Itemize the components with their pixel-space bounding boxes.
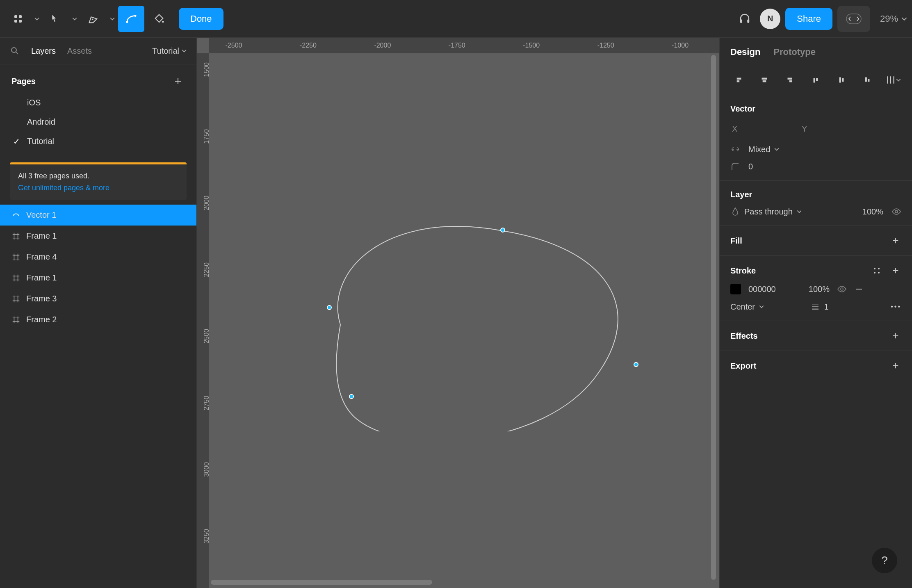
canvas[interactable]: -2500-2250-2000-1750-1500-1250-1000-750 …: [197, 38, 719, 588]
horizontal-scrollbar[interactable]: [211, 580, 432, 585]
main-menu-button[interactable]: [5, 6, 31, 32]
align-left-button[interactable]: [728, 71, 749, 89]
prototype-tab[interactable]: Prototype: [773, 47, 816, 65]
vector-node[interactable]: [349, 394, 354, 399]
stroke-section-title: Stroke: [730, 266, 756, 276]
search-icon[interactable]: [10, 46, 20, 56]
frame-icon: [11, 294, 21, 303]
design-tab[interactable]: Design: [730, 47, 760, 65]
plus-icon: [174, 77, 182, 85]
ruler-tick: 1500: [203, 62, 210, 77]
move-tool[interactable]: [43, 6, 69, 32]
layer-item[interactable]: Frame 4: [0, 246, 196, 267]
corner-radius-icon: [730, 162, 740, 171]
layer-name: Frame 4: [26, 252, 57, 262]
ruler-tick: -1500: [523, 42, 540, 49]
chevron-down-icon: [759, 304, 764, 309]
svg-point-7: [162, 21, 164, 23]
align-bottom-button[interactable]: [857, 71, 878, 89]
stroke-opacity-input[interactable]: [797, 285, 830, 294]
svg-point-14: [878, 268, 880, 269]
assets-tab[interactable]: Assets: [67, 46, 92, 56]
pen-tool[interactable]: [80, 6, 107, 32]
chevron-down-icon: [182, 48, 187, 53]
stroke-hex-input[interactable]: [748, 285, 789, 294]
svg-point-17: [841, 288, 843, 290]
stroke-advanced-button[interactable]: •••: [891, 303, 901, 310]
layer-item[interactable]: Vector 1: [0, 205, 196, 226]
vertical-scrollbar[interactable]: [711, 55, 716, 580]
svg-point-5: [126, 21, 128, 23]
y-label: Y: [802, 124, 811, 134]
voice-button[interactable]: [734, 9, 755, 29]
figma-icon: [13, 14, 23, 24]
blend-mode-dropdown[interactable]: Pass through: [730, 207, 802, 217]
user-avatar[interactable]: N: [760, 9, 780, 29]
align-hcenter-button[interactable]: [754, 71, 775, 89]
add-fill-button[interactable]: [890, 235, 901, 246]
frame-icon: [11, 232, 21, 241]
ruler-tick: -2250: [300, 42, 317, 49]
layer-item[interactable]: Frame 3: [0, 288, 196, 309]
zoom-menu[interactable]: 29%: [880, 14, 907, 24]
align-right-icon: [785, 75, 796, 85]
align-vcenter-button[interactable]: [831, 71, 852, 89]
constraints-dropdown[interactable]: Mixed: [748, 145, 779, 154]
plus-icon: [892, 267, 899, 274]
add-export-button[interactable]: [890, 360, 901, 371]
main-menu-chevron[interactable]: [33, 6, 41, 32]
x-input[interactable]: [745, 124, 790, 134]
layer-item[interactable]: Frame 2: [0, 309, 196, 330]
page-item[interactable]: Tutorial: [0, 132, 196, 151]
svg-point-4: [92, 18, 93, 20]
page-item[interactable]: Android: [0, 112, 196, 132]
bend-tool[interactable]: [118, 6, 144, 32]
vector-node[interactable]: [327, 305, 332, 310]
paint-bucket-tool[interactable]: [146, 6, 172, 32]
svg-rect-9: [747, 19, 749, 23]
stroke-color-swatch[interactable]: [730, 284, 741, 294]
upgrade-text: All 3 free pages used.: [18, 172, 178, 180]
ruler-tick: -1750: [449, 42, 465, 49]
corner-radius-input[interactable]: [748, 162, 793, 171]
add-effect-button[interactable]: [890, 330, 901, 342]
svg-rect-3: [19, 20, 22, 23]
stroke-align-dropdown[interactable]: Center: [730, 302, 764, 312]
align-right-button[interactable]: [780, 71, 801, 89]
chevron-down-icon: [110, 16, 115, 21]
ruler-tick: -2500: [226, 42, 242, 49]
tidy-up-button[interactable]: [882, 71, 904, 89]
move-tool-chevron[interactable]: [71, 6, 79, 32]
chevron-down-icon: [774, 147, 779, 152]
eye-icon[interactable]: [837, 284, 847, 294]
svg-point-15: [874, 272, 876, 273]
upgrade-link[interactable]: Get unlimited pages & more: [18, 184, 178, 192]
layer-item[interactable]: Frame 1: [0, 267, 196, 288]
align-top-button[interactable]: [805, 71, 826, 89]
y-input[interactable]: [815, 124, 860, 134]
pen-tool-chevron[interactable]: [108, 6, 116, 32]
share-button[interactable]: Share: [785, 8, 832, 30]
done-button[interactable]: Done: [179, 8, 223, 30]
chevron-down-icon: [901, 16, 907, 22]
pen-icon: [88, 13, 99, 25]
minus-icon[interactable]: [854, 284, 864, 294]
layer-opacity-input[interactable]: [850, 207, 883, 217]
align-bottom-icon: [862, 75, 873, 85]
page-item[interactable]: iOS: [0, 93, 196, 112]
file-name-dropdown[interactable]: Tutorial: [152, 46, 187, 56]
layer-item[interactable]: Frame 1: [0, 226, 196, 246]
vector-node[interactable]: [500, 228, 505, 232]
help-button[interactable]: ?: [872, 548, 897, 573]
add-page-button[interactable]: [171, 74, 185, 88]
add-stroke-button[interactable]: [890, 265, 901, 276]
stroke-weight-input[interactable]: [824, 302, 845, 312]
svg-rect-8: [740, 19, 742, 23]
vector-node[interactable]: [634, 362, 638, 367]
dev-mode-toggle[interactable]: [837, 6, 870, 32]
style-icon[interactable]: [872, 266, 882, 276]
droplet-icon: [730, 207, 740, 217]
chevron-down-icon: [72, 16, 77, 21]
eye-icon[interactable]: [891, 207, 901, 217]
layers-tab[interactable]: Layers: [31, 46, 56, 56]
